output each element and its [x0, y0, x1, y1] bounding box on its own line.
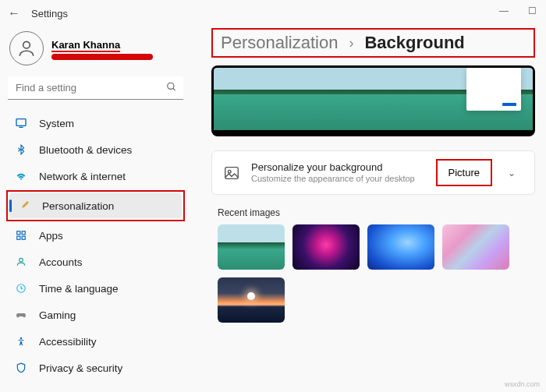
sidebar-item-label: Apps	[39, 230, 63, 242]
shield-icon	[14, 361, 28, 375]
clock-icon	[14, 281, 28, 295]
background-preview	[211, 65, 535, 136]
breadcrumb-current: Background	[364, 33, 464, 53]
svg-rect-7	[17, 236, 20, 239]
svg-rect-6	[22, 231, 25, 235]
system-icon	[14, 116, 28, 130]
profile-name: Karan Khanna	[51, 39, 120, 52]
recent-images-label: Recent images	[218, 207, 535, 218]
sidebar: Karan Khanna System Bluetooth & devices …	[0, 23, 191, 392]
svg-point-11	[20, 337, 22, 339]
svg-rect-3	[16, 119, 26, 126]
search-input[interactable]	[8, 76, 183, 100]
sidebar-item-system[interactable]: System	[6, 111, 185, 136]
sidebar-item-label: System	[39, 118, 74, 129]
sidebar-item-label: Privacy & security	[39, 362, 122, 374]
recent-image-4[interactable]	[442, 224, 509, 270]
sidebar-item-accessibility[interactable]: Accessibility	[6, 329, 185, 354]
watermark: wsxdn.com	[505, 380, 540, 388]
recent-image-5[interactable]	[218, 277, 285, 323]
sidebar-item-network[interactable]: Network & internet	[6, 164, 185, 189]
sidebar-item-privacy[interactable]: Privacy & security	[6, 355, 185, 380]
back-button[interactable]: ←	[8, 6, 20, 20]
svg-point-0	[23, 41, 30, 48]
svg-line-2	[173, 88, 176, 90]
window-controls: — ☐	[490, 0, 546, 22]
svg-rect-8	[22, 236, 25, 239]
search-icon	[166, 82, 177, 95]
sidebar-item-label: Network & internet	[39, 171, 126, 182]
main-content: Personalization › Background Personalize…	[191, 23, 546, 392]
chevron-right-icon: ›	[349, 35, 353, 51]
maximize-button[interactable]: ☐	[518, 0, 546, 22]
wifi-icon	[14, 169, 28, 183]
gaming-icon	[14, 308, 28, 322]
breadcrumb: Personalization › Background	[211, 28, 535, 58]
sidebar-item-bluetooth[interactable]: Bluetooth & devices	[6, 137, 185, 162]
profile-section[interactable]: Karan Khanna	[9, 31, 185, 65]
sidebar-item-apps[interactable]: Apps	[6, 223, 185, 248]
picture-icon	[223, 164, 240, 182]
svg-point-1	[168, 83, 174, 89]
sidebar-item-gaming[interactable]: Gaming	[6, 302, 185, 327]
sidebar-item-label: Accounts	[39, 256, 83, 268]
sidebar-item-label: Accessibility	[39, 336, 97, 348]
app-title: Settings	[31, 8, 68, 19]
sidebar-item-label: Bluetooth & devices	[39, 144, 132, 156]
brush-icon	[17, 199, 31, 213]
recent-images-grid	[211, 224, 535, 323]
sidebar-item-personalization[interactable]: Personalization	[9, 193, 182, 218]
apps-icon	[14, 228, 28, 242]
accessibility-icon	[14, 334, 28, 348]
sidebar-item-time[interactable]: Time & language	[6, 276, 185, 301]
sidebar-item-label: Time & language	[39, 283, 119, 295]
sidebar-item-label: Gaming	[39, 309, 76, 321]
recent-image-2[interactable]	[292, 224, 360, 270]
svg-rect-4	[19, 127, 23, 128]
highlight-personalization: Personalization	[6, 190, 185, 221]
title-bar: ← Settings	[0, 0, 546, 23]
breadcrumb-parent[interactable]: Personalization	[221, 33, 338, 53]
search-container	[8, 76, 183, 100]
setting-label: Personalize your background	[251, 161, 436, 173]
profile-email-redacted	[51, 54, 153, 60]
svg-rect-5	[17, 231, 20, 235]
svg-point-9	[20, 258, 23, 262]
bluetooth-icon	[14, 143, 28, 157]
chevron-down-icon[interactable]: ⌄	[500, 163, 523, 183]
person-icon	[16, 38, 37, 58]
recent-image-1[interactable]	[218, 224, 285, 270]
preview-wallpaper	[214, 68, 533, 130]
personalize-background-card[interactable]: Personalize your background Customize th…	[211, 150, 535, 195]
accounts-icon	[14, 255, 28, 269]
avatar	[9, 31, 44, 65]
svg-point-13	[228, 170, 231, 173]
preview-widget	[466, 68, 521, 111]
recent-image-3[interactable]	[367, 224, 434, 270]
setting-desc: Customize the appearance of your desktop	[251, 173, 436, 184]
sidebar-item-accounts[interactable]: Accounts	[6, 249, 185, 274]
minimize-button[interactable]: —	[490, 0, 518, 22]
sidebar-item-label: Personalization	[42, 200, 114, 212]
background-type-dropdown[interactable]: Picture	[436, 159, 492, 186]
